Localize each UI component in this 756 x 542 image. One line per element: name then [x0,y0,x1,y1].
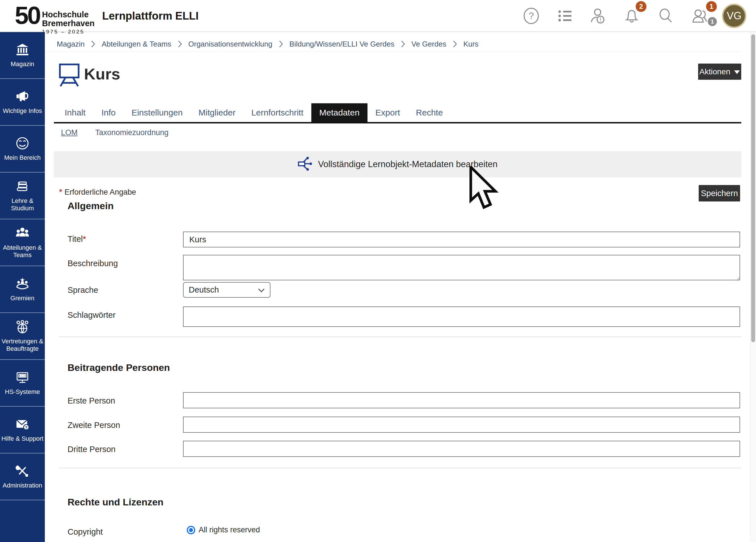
section-divider [59,337,741,337]
schlagwoerter-input[interactable] [183,306,740,327]
search-icon[interactable] [657,7,674,24]
mail-help-icon: ? [16,417,29,432]
list-icon[interactable] [557,7,574,24]
top-header: 50 Hochschule Bremerhaven 1975 – 2025 Le… [0,0,756,32]
copyright-radio-row: All rights reserved [187,526,260,534]
dritte-person-input[interactable] [183,441,740,457]
breadcrumb: Magazin Abteilungen & Teams Organisation… [57,36,741,52]
logo-years: 1975 – 2025 [42,29,95,35]
section-heading-beitragende: Beitragende Personen [68,362,170,373]
section-heading-rechte: Rechte und Lizenzen [68,497,163,508]
breadcrumb-item[interactable]: Magazin [57,40,85,49]
tab-einstellungen[interactable]: Einstellungen [123,103,190,122]
subtab-taxonomiezuordnung[interactable]: Taxonomiezuordnung [95,128,169,137]
monitor-icon [16,371,29,385]
banner-label: Vollständige Lernobjekt-Metadaten bearbe… [318,159,498,169]
subtab-lom[interactable]: LOM [61,128,78,137]
tab-inhalt[interactable]: Inhalt [57,103,93,122]
sidebar-item-magazin[interactable]: Magazin [0,32,45,79]
logo-line2: Bremerhaven [42,19,95,28]
users-badge-top: 1 [706,1,717,12]
zweite-person-input[interactable] [183,417,740,433]
titel-input[interactable] [183,232,740,247]
sidebar-item-hs-systeme[interactable]: HS-Systeme [0,360,45,407]
committee-icon [16,277,29,292]
bank-icon [16,43,29,58]
required-note: *Erforderliche Angabe [59,187,136,197]
tools-icon [16,464,29,479]
sidebar-item-administration[interactable]: Administration [0,453,45,500]
people-icon [16,226,29,241]
books-icon [16,180,29,194]
logo-50: 50 [15,2,40,29]
sidebar-item-abteilungen-teams[interactable]: Abteilungen & Teams [0,219,45,266]
copyright-radio-selected[interactable] [187,526,195,534]
zweite-person-label: Zweite Person [68,421,120,430]
tab-export[interactable]: Export [367,103,408,122]
tab-underline [54,122,741,123]
avatar[interactable]: VG [722,4,746,28]
beschreibung-label: Beschreibung [68,259,118,268]
copyright-label: Copyright [68,527,103,537]
app-title: Lernplattform ELLI [102,0,199,32]
actions-button[interactable]: Aktionen [698,64,741,80]
breadcrumb-item[interactable]: Organisationsentwicklung [188,40,272,49]
sidebar-item-lehre-studium[interactable]: Lehre & Studium [0,173,45,219]
sidebar-item-hilfe-support[interactable]: ? Hilfe & Support [0,407,45,453]
sidebar-filler [0,500,45,542]
chevron-right-icon [453,40,457,48]
svg-text:!: ! [600,16,601,23]
svg-text:?: ? [25,425,28,430]
user-alert-icon[interactable]: ! [589,7,606,24]
erste-person-label: Erste Person [68,396,115,406]
sidebar-item-mein-bereich[interactable]: Mein Bereich [0,126,45,173]
tab-info[interactable]: Info [93,103,123,122]
sidebar-item-wichtige-infos[interactable]: Wichtige Infos [0,79,45,126]
users-badge-bottom: 1 [708,17,717,26]
tab-metadaten[interactable]: Metadaten [311,103,367,122]
chevron-right-icon [178,40,182,48]
tab-lernfortschritt[interactable]: Lernfortschritt [243,103,311,122]
scrollbar-thumb[interactable] [751,34,755,342]
university-logo: 50 Hochschule Bremerhaven 1975 – 2025 [15,2,95,35]
screen: 50 Hochschule Bremerhaven 1975 – 2025 Le… [0,0,756,542]
copyright-option-label: All rights reserved [199,526,260,534]
tab-mitglieder[interactable]: Mitglieder [191,103,243,122]
bell-badge: 2 [636,1,646,12]
chevron-right-icon [279,40,283,48]
sprache-select[interactable]: Deutsch [183,282,270,298]
sidebar-item-vertretungen[interactable]: Vertretungen & Beauftragte [0,313,45,360]
tab-bar: Inhalt Info Einstellungen Mitglieder Ler… [57,103,451,122]
beschreibung-textarea[interactable] [183,255,740,280]
tab-rechte[interactable]: Rechte [408,103,451,122]
megaphone-icon [16,90,29,104]
erste-person-input[interactable] [183,392,740,408]
users-icon[interactable] [691,7,708,24]
section-heading-allgemein: Allgemein [68,200,114,211]
svg-text:?: ? [529,10,534,21]
sidebar-item-gremien[interactable]: Gremien [0,266,45,313]
breadcrumb-item[interactable]: Ve Gerdes [411,40,446,49]
page-title: Kurs [84,65,120,83]
section-divider [59,468,741,468]
save-button[interactable]: Speichern [699,185,740,201]
breadcrumb-divider [45,52,741,52]
chevron-right-icon [91,40,95,48]
caret-down-icon [734,67,740,76]
subtab-bar: LOM Taxonomiezuordnung [61,128,169,137]
smiley-icon [16,136,29,151]
breadcrumb-item[interactable]: Bildung/Wissen/ELLI Ve Gerdes [289,40,394,49]
schlagwoerter-label: Schlagwörter [68,310,115,320]
full-metadata-banner[interactable]: Vollständige Lernobjekt-Metadaten bearbe… [54,151,741,177]
scrollbar-track[interactable] [750,32,756,542]
chevron-down-icon [258,285,265,295]
dritte-person-label: Dritte Person [68,445,115,454]
globe-people-icon [16,320,29,335]
course-icon [58,63,80,88]
chevron-right-icon [401,40,405,48]
breadcrumb-item[interactable]: Kurs [463,40,478,49]
breadcrumb-item[interactable]: Abteilungen & Teams [102,40,171,49]
titel-label: Titel* [68,234,86,244]
metadata-network-icon [298,156,312,172]
help-icon[interactable]: ? [523,7,540,24]
